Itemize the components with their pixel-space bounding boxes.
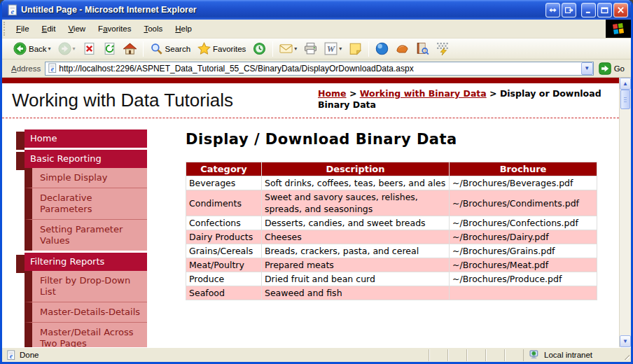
sidebar-item-declarative-parameters[interactable]: Declarative Parameters xyxy=(25,188,147,219)
svg-text:e: e xyxy=(10,353,13,360)
sidebar-item-master-details-details[interactable]: Master-Details-Details xyxy=(25,302,147,322)
window-arrows-button[interactable] xyxy=(545,3,560,18)
sphere-icon xyxy=(375,42,389,55)
scroll-up-button[interactable]: ▲ xyxy=(620,78,631,90)
status-empty-pane xyxy=(447,349,466,361)
messenger-button[interactable] xyxy=(345,40,366,58)
forward-button[interactable]: ▾ xyxy=(55,40,79,58)
zone-text: Local intranet xyxy=(544,351,592,359)
table-row: Meat/PoultryPrepared meats~/Brochures/Me… xyxy=(186,258,597,272)
refresh-button[interactable] xyxy=(99,40,120,58)
resize-grip[interactable] xyxy=(621,349,631,361)
vertical-scrollbar[interactable]: ▲ ▼ xyxy=(619,78,631,347)
description-cell: Sweet and savory sauces, relishes, sprea… xyxy=(261,190,449,216)
menu-view[interactable]: View xyxy=(62,22,92,35)
toolbar-separator xyxy=(368,41,369,57)
title-bar[interactable]: e Untitled Page - Microsoft Internet Exp… xyxy=(2,0,631,20)
dev-grid-button[interactable] xyxy=(433,40,453,58)
sidebar-item-filter-by-drop-down-list[interactable]: Filter by Drop-Down List xyxy=(25,271,147,302)
breadcrumb-separator: > xyxy=(487,88,500,99)
breadcrumb-home[interactable]: Home xyxy=(318,88,347,99)
go-button[interactable]: Go xyxy=(594,60,629,77)
refresh-icon xyxy=(103,42,116,55)
scrollbar-track[interactable] xyxy=(620,109,631,335)
history-icon xyxy=(253,42,266,55)
edit-word-button[interactable]: W▾ xyxy=(321,40,345,58)
home-button[interactable] xyxy=(120,40,140,58)
menu-tools[interactable]: Tools xyxy=(137,22,169,35)
chevron-down-icon[interactable]: ▾ xyxy=(294,46,297,52)
brochure-cell: ~/Brochures/Confections.pdf xyxy=(450,216,597,230)
minimize-button[interactable] xyxy=(581,3,596,18)
description-cell: Breads, crackers, pasta, and cereal xyxy=(261,244,449,258)
svg-text:W: W xyxy=(327,44,336,54)
status-text: Done xyxy=(20,351,39,359)
go-arrow-icon xyxy=(599,62,611,75)
category-cell: Produce xyxy=(186,272,262,286)
category-cell: Condiments xyxy=(186,190,262,216)
search-button[interactable]: Search xyxy=(146,40,194,58)
messenger-icon xyxy=(349,42,362,55)
menu-favorites[interactable]: Favorites xyxy=(92,22,137,35)
browser-window: e Untitled Page - Microsoft Internet Exp… xyxy=(0,0,633,364)
table-row: BeveragesSoft drinks, coffees, teas, bee… xyxy=(186,176,597,190)
discuss-button[interactable] xyxy=(392,40,412,58)
brochure-cell: ~/Brochures/Beverages.pdf xyxy=(450,176,597,190)
sidebar-menu: HomeBasic ReportingSimple DisplayDeclara… xyxy=(16,130,147,347)
chevron-down-icon[interactable]: ▾ xyxy=(48,46,51,52)
back-button[interactable]: Back▾ xyxy=(10,40,55,58)
sidebar-item-filtering-reports[interactable]: Filtering Reports xyxy=(25,253,147,271)
description-cell: Desserts, candies, and sweet breads xyxy=(261,216,449,230)
research-button[interactable] xyxy=(412,40,433,58)
edit-word-icon: W xyxy=(324,42,338,55)
search-icon xyxy=(150,42,163,55)
scrollbar-thumb[interactable] xyxy=(620,90,630,109)
maximize-button[interactable] xyxy=(597,3,612,18)
table-row: CondimentsSweet and savory sauces, relis… xyxy=(186,190,597,216)
sidebar-item-simple-display[interactable]: Simple Display xyxy=(25,168,147,188)
dev-grid-icon xyxy=(436,42,450,55)
close-button[interactable] xyxy=(613,3,628,18)
sidebar-item-master-detail-across-two-pages[interactable]: Master/Detail Across Two Pages xyxy=(25,322,147,347)
page-content: Working with Data Tutorials Home > Worki… xyxy=(2,78,619,347)
chevron-down-icon[interactable]: ▾ xyxy=(73,46,76,52)
status-empty-pane xyxy=(504,349,523,361)
column-header-brochure: Brochure xyxy=(450,162,597,176)
address-dropdown-button[interactable]: ▼ xyxy=(581,62,593,75)
stop-button[interactable] xyxy=(79,40,99,58)
menu-help[interactable]: Help xyxy=(169,22,198,35)
mail-button[interactable]: ▾ xyxy=(276,40,300,58)
scroll-down-button[interactable]: ▼ xyxy=(620,335,631,347)
sidebar-item-setting-parameter-values[interactable]: Setting Parameter Values xyxy=(25,219,147,251)
content-row: HomeBasic ReportingSimple DisplayDeclara… xyxy=(2,118,619,347)
category-cell: Dairy Products xyxy=(186,230,262,244)
address-combo: e ▼ xyxy=(45,62,593,76)
table-row: SeafoodSeaweed and fish xyxy=(186,286,597,300)
brochure-cell: ~/Brochures/Produce.pdf xyxy=(450,272,597,286)
favorites-button[interactable]: Favorites xyxy=(194,40,249,58)
description-cell: Soft drinks, coffees, teas, beers, and a… xyxy=(261,176,449,190)
menu-file[interactable]: File xyxy=(10,22,36,35)
sidebar-item-home[interactable]: Home xyxy=(25,130,147,148)
page-header: Working with Data Tutorials Home > Worki… xyxy=(2,83,619,118)
sphere-button[interactable] xyxy=(372,40,392,58)
stop-icon xyxy=(83,42,96,55)
status-empty-pane xyxy=(429,349,447,361)
menu-edit[interactable]: Edit xyxy=(36,22,62,35)
menubar-grip[interactable] xyxy=(4,22,8,36)
sidebar-item-basic-reporting[interactable]: Basic Reporting xyxy=(25,150,147,168)
breadcrumb-working-with-binary-data[interactable]: Working with Binary Data xyxy=(360,88,487,99)
column-header-description: Description xyxy=(261,162,449,176)
ie-page-icon: e xyxy=(6,4,18,16)
category-cell: Grains/Cereals xyxy=(186,244,262,258)
address-input[interactable] xyxy=(57,64,580,74)
brochure-cell: ~/Brochures/Dairy.pdf xyxy=(450,230,597,244)
main-content: Display / Download Binary Data CategoryD… xyxy=(186,130,597,300)
mail-icon xyxy=(279,42,293,55)
status-empty-pane xyxy=(485,349,504,361)
ie-page-icon: e xyxy=(47,63,57,74)
pop-out-button[interactable] xyxy=(562,3,576,18)
print-button[interactable] xyxy=(300,40,321,58)
chevron-down-icon[interactable]: ▾ xyxy=(339,46,342,52)
history-button[interactable] xyxy=(249,40,270,58)
